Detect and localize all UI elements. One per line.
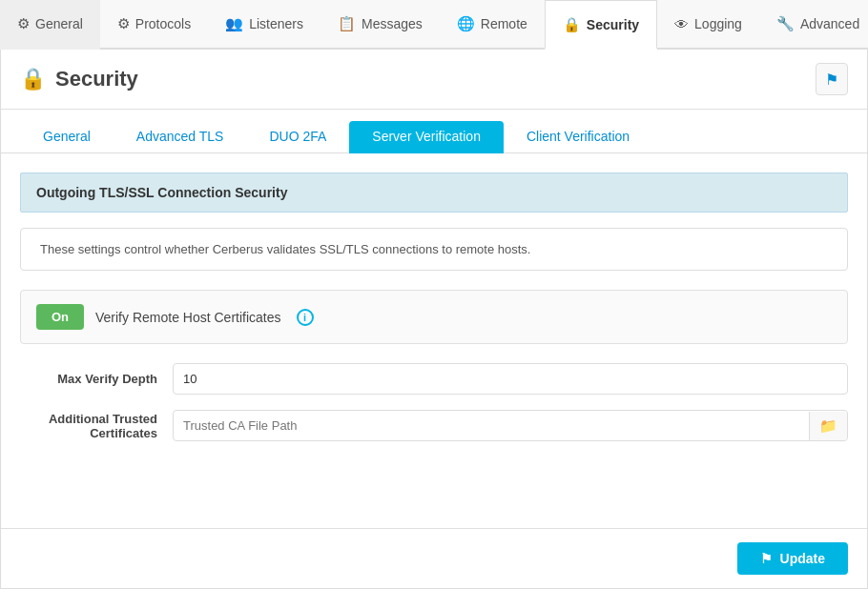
- verify-toggle-button[interactable]: On: [36, 304, 84, 330]
- tab-general[interactable]: ⚙ General: [0, 0, 100, 50]
- page-footer: ⚑ Update: [1, 528, 867, 588]
- subtab-advanced-tls-label: Advanced TLS: [136, 129, 224, 144]
- tab-listeners[interactable]: 👥 Listeners: [208, 0, 320, 50]
- update-button-label: Update: [780, 551, 825, 566]
- subtab-general-label: General: [43, 129, 91, 144]
- page-title: 🔒 Security: [20, 67, 138, 91]
- security-icon: 🔒: [563, 16, 581, 33]
- trusted-ca-path-input[interactable]: [174, 411, 809, 440]
- bookmark-button[interactable]: ⚑: [816, 63, 848, 95]
- info-box: These settings control whether Cerberus …: [20, 228, 848, 271]
- tab-remote[interactable]: 🌐 Remote: [440, 0, 545, 50]
- main-content: Outgoing TLS/SSL Connection Security The…: [1, 153, 867, 476]
- section-header: Outgoing TLS/SSL Connection Security: [20, 173, 848, 213]
- max-verify-depth-input[interactable]: [173, 363, 848, 395]
- logging-icon: 👁: [674, 16, 689, 32]
- advanced-icon: 🔧: [776, 15, 795, 32]
- messages-icon: 📋: [338, 15, 356, 32]
- trusted-ca-path-wrapper: 📁: [173, 410, 848, 441]
- subtab-duo-2fa[interactable]: DUO 2FA: [246, 121, 349, 153]
- additional-trusted-certs-row: Additional Trusted Certificates 📁: [20, 410, 848, 441]
- tab-protocols-label: Protocols: [135, 16, 191, 31]
- update-button[interactable]: ⚑ Update: [737, 542, 848, 575]
- tab-advanced-label: Advanced: [800, 16, 859, 31]
- update-flag-icon: ⚑: [760, 551, 773, 566]
- tab-remote-label: Remote: [481, 16, 527, 31]
- subtab-client-verification-label: Client Verification: [527, 129, 630, 144]
- tab-general-label: General: [35, 16, 83, 31]
- subtab-server-verification[interactable]: Server Verification: [349, 121, 504, 153]
- section-header-text: Outgoing TLS/SSL Connection Security: [36, 185, 287, 200]
- tab-protocols[interactable]: ⚙ Protocols: [100, 0, 208, 50]
- toggle-row: On Verify Remote Host Certificates i: [20, 290, 848, 344]
- subtab-advanced-tls[interactable]: Advanced TLS: [114, 121, 247, 153]
- subtab-general[interactable]: General: [20, 121, 114, 153]
- verify-toggle-field-label: Verify Remote Host Certificates: [95, 310, 281, 325]
- remote-icon: 🌐: [457, 15, 475, 32]
- subtab-duo-2fa-label: DUO 2FA: [269, 129, 326, 144]
- tab-listeners-label: Listeners: [249, 16, 303, 31]
- tab-security[interactable]: 🔒 Security: [545, 0, 657, 50]
- toggle-label: On: [52, 310, 69, 324]
- general-icon: ⚙: [17, 15, 30, 32]
- tab-logging[interactable]: 👁 Logging: [657, 0, 759, 50]
- top-nav: ⚙ General ⚙ Protocols 👥 Listeners 📋 Mess…: [0, 0, 868, 50]
- page-title-text: Security: [55, 67, 138, 91]
- browse-button[interactable]: 📁: [809, 412, 847, 440]
- listeners-icon: 👥: [225, 15, 243, 32]
- tab-security-label: Security: [587, 17, 639, 32]
- protocols-icon: ⚙: [117, 15, 130, 32]
- max-verify-depth-label: Max Verify Depth: [20, 372, 173, 386]
- additional-trusted-certs-label: Additional Trusted Certificates: [20, 412, 173, 440]
- folder-icon: 📁: [819, 417, 837, 434]
- subtab-client-verification[interactable]: Client Verification: [504, 121, 652, 153]
- page-header: 🔒 Security ⚑: [1, 50, 867, 110]
- tab-messages-label: Messages: [362, 16, 423, 31]
- max-verify-depth-row: Max Verify Depth: [20, 363, 848, 395]
- subtab-server-verification-label: Server Verification: [372, 129, 481, 144]
- info-icon[interactable]: i: [297, 309, 314, 326]
- page-title-lock-icon: 🔒: [20, 67, 46, 91]
- tab-messages[interactable]: 📋 Messages: [320, 0, 440, 50]
- info-box-text: These settings control whether Cerberus …: [40, 242, 530, 256]
- sub-tabs: General Advanced TLS DUO 2FA Server Veri…: [1, 110, 867, 153]
- bookmark-icon: ⚑: [825, 71, 838, 89]
- tab-advanced[interactable]: 🔧 Advanced: [759, 0, 868, 50]
- page-container: 🔒 Security ⚑ General Advanced TLS DUO 2F…: [0, 50, 868, 589]
- tab-logging-label: Logging: [694, 16, 742, 31]
